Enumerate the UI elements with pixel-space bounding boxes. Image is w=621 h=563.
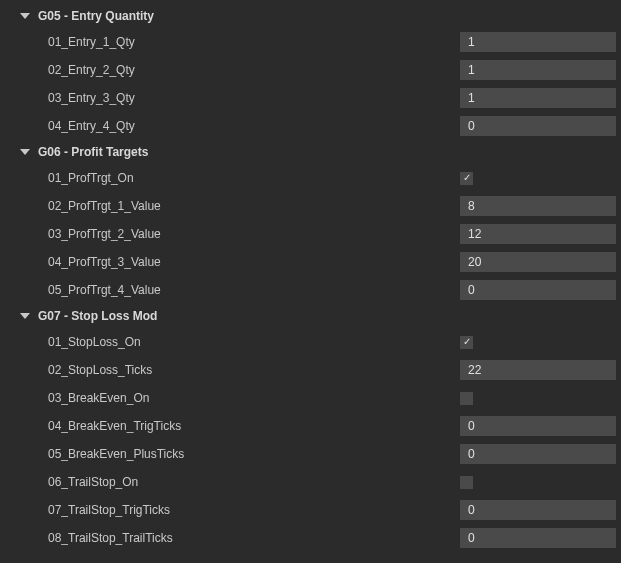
entry4qty-input[interactable]	[460, 116, 616, 136]
property-label: 04_BreakEven_TrigTicks	[48, 419, 460, 433]
breakeven-on-checkbox[interactable]	[460, 392, 473, 405]
property-label: 01_ProfTrgt_On	[48, 171, 460, 185]
property-label: 03_BreakEven_On	[48, 391, 460, 405]
property-value-cell	[460, 168, 621, 188]
stoploss-on-checkbox[interactable]	[460, 336, 473, 349]
proftrgt3val-input[interactable]	[460, 252, 616, 272]
group-header-g07[interactable]: G07 - Stop Loss Mod	[0, 304, 621, 328]
property-label: 01_Entry_1_Qty	[48, 35, 460, 49]
property-value-cell	[460, 500, 621, 520]
property-row-trailstop-trigticks: 07_TrailStop_TrigTicks	[0, 496, 621, 524]
property-label: 05_ProfTrgt_4_Value	[48, 283, 460, 297]
property-value-cell	[460, 332, 621, 352]
proftrgt4val-input[interactable]	[460, 280, 616, 300]
property-row-proftrgt1val: 02_ProfTrgt_1_Value	[0, 192, 621, 220]
group-title: G06 - Profit Targets	[38, 145, 148, 159]
property-row-proftrgt3val: 04_ProfTrgt_3_Value	[0, 248, 621, 276]
trailstop-trigticks-input[interactable]	[460, 500, 616, 520]
property-row-breakeven-on: 03_BreakEven_On	[0, 384, 621, 412]
proftrgt-on-checkbox[interactable]	[460, 172, 473, 185]
breakeven-plusticks-input[interactable]	[460, 444, 616, 464]
property-label: 05_BreakEven_PlusTicks	[48, 447, 460, 461]
breakeven-trigticks-input[interactable]	[460, 416, 616, 436]
property-value-cell	[460, 88, 621, 108]
property-row-proftrgt4val: 05_ProfTrgt_4_Value	[0, 276, 621, 304]
property-value-cell	[460, 32, 621, 52]
property-label: 07_TrailStop_TrigTicks	[48, 503, 460, 517]
property-value-cell	[460, 360, 621, 380]
group-title: G07 - Stop Loss Mod	[38, 309, 157, 323]
property-row-proftrgt2val: 03_ProfTrgt_2_Value	[0, 220, 621, 248]
property-label: 04_Entry_4_Qty	[48, 119, 460, 133]
property-label: 04_ProfTrgt_3_Value	[48, 255, 460, 269]
property-row-entry1qty: 01_Entry_1_Qty	[0, 28, 621, 56]
group-header-g05[interactable]: G05 - Entry Quantity	[0, 4, 621, 28]
property-row-entry2qty: 02_Entry_2_Qty	[0, 56, 621, 84]
property-value-cell	[460, 280, 621, 300]
entry2qty-input[interactable]	[460, 60, 616, 80]
group-title: G05 - Entry Quantity	[38, 9, 154, 23]
property-label: 02_ProfTrgt_1_Value	[48, 199, 460, 213]
property-row-proftrgt-on: 01_ProfTrgt_On	[0, 164, 621, 192]
property-row-stoploss-ticks: 02_StopLoss_Ticks	[0, 356, 621, 384]
property-label: 08_TrailStop_TrailTicks	[48, 531, 460, 545]
property-row-breakeven-trigticks: 04_BreakEven_TrigTicks	[0, 412, 621, 440]
property-label: 02_Entry_2_Qty	[48, 63, 460, 77]
property-row-trailstop-trailticks: 08_TrailStop_TrailTicks	[0, 524, 621, 552]
entry3qty-input[interactable]	[460, 88, 616, 108]
property-label: 03_ProfTrgt_2_Value	[48, 227, 460, 241]
property-value-cell	[460, 416, 621, 436]
property-value-cell	[460, 444, 621, 464]
proftrgt1val-input[interactable]	[460, 196, 616, 216]
property-label: 06_TrailStop_On	[48, 475, 460, 489]
property-value-cell	[460, 196, 621, 216]
chevron-down-icon	[20, 13, 30, 19]
property-value-cell	[460, 252, 621, 272]
property-row-breakeven-plusticks: 05_BreakEven_PlusTicks	[0, 440, 621, 468]
property-row-stoploss-on: 01_StopLoss_On	[0, 328, 621, 356]
property-value-cell	[460, 472, 621, 492]
property-value-cell	[460, 528, 621, 548]
property-label: 01_StopLoss_On	[48, 335, 460, 349]
property-value-cell	[460, 116, 621, 136]
property-grid: G05 - Entry Quantity 01_Entry_1_Qty 02_E…	[0, 0, 621, 556]
entry1qty-input[interactable]	[460, 32, 616, 52]
property-row-trailstop-on: 06_TrailStop_On	[0, 468, 621, 496]
trailstop-trailticks-input[interactable]	[460, 528, 616, 548]
property-row-entry3qty: 03_Entry_3_Qty	[0, 84, 621, 112]
property-value-cell	[460, 224, 621, 244]
trailstop-on-checkbox[interactable]	[460, 476, 473, 489]
chevron-down-icon	[20, 313, 30, 319]
property-label: 02_StopLoss_Ticks	[48, 363, 460, 377]
group-header-g06[interactable]: G06 - Profit Targets	[0, 140, 621, 164]
proftrgt2val-input[interactable]	[460, 224, 616, 244]
chevron-down-icon	[20, 149, 30, 155]
property-value-cell	[460, 388, 621, 408]
stoploss-ticks-input[interactable]	[460, 360, 616, 380]
property-row-entry4qty: 04_Entry_4_Qty	[0, 112, 621, 140]
property-value-cell	[460, 60, 621, 80]
property-label: 03_Entry_3_Qty	[48, 91, 460, 105]
